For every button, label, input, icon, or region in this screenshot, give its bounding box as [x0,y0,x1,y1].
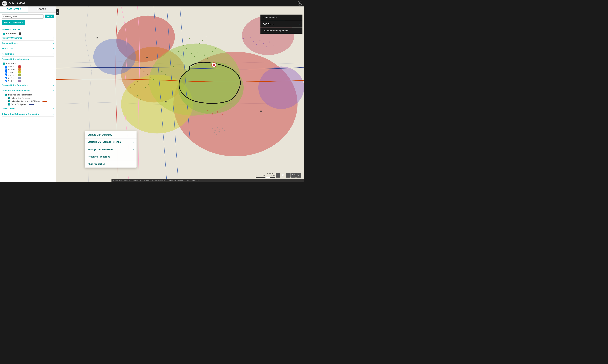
section-storage-formations[interactable]: Storage Units: Formations › [2,83,54,88]
grid-button[interactable]: ⊞ [296,173,301,178]
ccs-filters-button[interactable]: CCS Filters › [260,21,302,27]
vol-5-10mt: 5-10 Mt [2,71,54,74]
scale-bar: 0 5 km 10 km [256,175,275,178]
svg-point-64 [213,64,215,66]
volumetrics-checkbox[interactable] [3,63,5,65]
svg-point-49 [243,38,244,39]
svg-point-58 [272,45,273,46]
epa-emitters-checkbox[interactable] [3,33,5,35]
scale-labels: 0 5 km 10 km [256,175,275,177]
svg-point-24 [191,53,192,54]
protected-lands-arrow: › [53,42,54,44]
crude-oil-pipelines-item: Crude Oil Pipelines [2,103,54,106]
natural-gas-checkbox[interactable] [8,97,10,99]
pipelines-content: Pipelines and Transmission Natural Gas P… [2,93,54,106]
volumetrics-item: Volumetrics [2,62,54,65]
bottom-bar: ©2021 TGS R360 | Longbow | Trademark | P… [112,179,304,182]
right-panel: Measurements › CCS Filters › Property Ow… [260,14,302,34]
storage-formations-arrow: › [53,84,54,86]
tab-legend[interactable]: LEGEND [28,6,56,13]
svg-rect-62 [260,111,262,112]
popup-reservoir-properties[interactable]: Reservoir Properties › [85,153,137,160]
popup-arrow-3: › [133,148,134,151]
tgs-logo: TGS [2,1,7,6]
property-ownership-arrow: › [53,37,54,39]
popup-effective-co2[interactable]: Effective CO2 Storage Potential › [85,138,137,146]
section-property-ownership[interactable]: Property Ownership › [2,35,54,40]
vol-5-10mt-checkbox[interactable] [5,71,7,74]
svg-point-29 [212,51,213,52]
svg-point-30 [215,48,216,49]
pipelines-main-checkbox[interactable] [5,94,7,96]
section-protected-lands[interactable]: Protected Lands › [2,40,54,46]
zoom-out-button[interactable]: − [276,173,280,178]
svg-point-57 [269,41,270,42]
popup-storage-unit-properties[interactable]: Storage Unit Properties › [85,146,137,153]
svg-point-74 [207,110,208,111]
popup-menu: Storage Unit Summary › Effective CO2 Sto… [85,131,137,168]
popup-arrow-4: › [133,155,134,158]
svg-point-11 [93,39,136,75]
svg-point-45 [137,81,138,82]
vol-20mt-checkbox[interactable] [5,65,7,68]
vol-10-20mt-checkbox[interactable] [5,68,7,71]
svg-point-12 [258,66,304,109]
vol-1-25mt-swatch [18,77,21,79]
measurements-button[interactable]: Measurements › [260,14,302,21]
svg-point-21 [178,51,179,52]
logo: TGS Carbon AXIOM [2,1,25,6]
svg-point-55 [263,43,264,44]
svg-rect-60 [146,57,148,58]
section-storage-volumetrics[interactable]: Storage Units: Volumetrics › [2,57,54,62]
svg-point-70 [224,130,225,131]
vol-2-5mt-checkbox[interactable] [5,74,7,77]
hgl-checkbox[interactable] [8,100,10,102]
popup-storage-unit-summary[interactable]: Storage Unit Summary › [85,131,137,138]
vol-01-1mt-checkbox[interactable] [5,80,7,82]
svg-point-14 [193,41,194,42]
svg-point-46 [134,84,135,85]
svg-point-65 [212,128,213,129]
crude-oil-checkbox[interactable] [8,104,10,105]
section-forest-data[interactable]: Forest Data › [2,46,54,51]
svg-point-2 [299,2,300,3]
vol-01-1mt-swatch [18,80,21,82]
svg-point-39 [137,95,138,96]
expand-button[interactable]: ⛶ [291,173,296,178]
property-search-arrow: › [299,29,300,32]
svg-point-47 [130,87,131,88]
hgl-pipelines-item: Hydrocarbon Gas Liquids (HGL) Pipelines [2,100,54,103]
svg-point-18 [206,36,206,37]
vol-5-10mt-swatch [18,71,21,74]
section-pellet-plants[interactable]: Pellet Plants › [2,51,54,57]
section-emission-sources[interactable]: Emission Sources › [2,27,54,32]
section-oil-gas-refining[interactable]: Oil And Gas Refining And Processing › [2,111,54,117]
hgl-swatch [42,101,47,102]
pipelines-main-item: Pipelines and Transmission [2,93,54,96]
popup-fluid-properties[interactable]: Fluid Properties › [85,160,137,168]
emission-sources-content: EPA Emitters [2,32,54,35]
query-select[interactable]: <Select Query> [2,14,44,19]
import-shapefile-button[interactable]: IMPORT SHAPEFILE [2,20,25,25]
panel-collapse-button[interactable]: ‹ [56,9,59,15]
topbar: TGS Carbon AXIOM [0,0,304,6]
vol-2-5mt-swatch [18,74,21,77]
svg-point-50 [246,41,247,42]
pipelines-arrow: › [52,90,55,91]
panel-tabs: DATA LAYERS LEGEND [0,6,56,13]
zoom-in-button[interactable]: + [286,173,290,178]
vol-2-5mt: 2.5-5 Mt [2,74,54,77]
vol-20mt-swatch [18,65,21,68]
vol-1-25mt-checkbox[interactable] [5,77,7,79]
map-area[interactable]: 1 : 232,490 0 5 km 10 km − 11 + ⛶ ⊞ Stor… [56,6,304,182]
property-ownership-search-button[interactable]: Property Ownership Search › [260,27,302,34]
section-pipelines[interactable]: Pipelines and Transmission › [2,88,54,93]
save-button[interactable]: SAVE [45,14,54,18]
svg-point-68 [220,129,220,130]
tab-data-layers[interactable]: DATA LAYERS [0,6,28,13]
section-power-plants[interactable]: Power Plants › [2,106,54,111]
storage-volumetrics-arrow: › [52,59,55,60]
svg-point-22 [181,55,182,55]
svg-point-51 [250,38,251,39]
user-icon[interactable] [298,1,302,5]
